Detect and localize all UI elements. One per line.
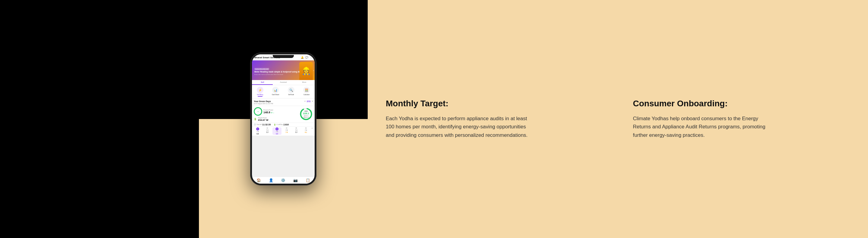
- monthly-target-section: Monthly Target: Each Yodha is expected t…: [368, 99, 549, 139]
- menu-self-billing[interactable]: ⚡ Self Billing: [253, 87, 268, 97]
- next-arrow[interactable]: ›: [312, 100, 313, 103]
- aug-chart: AUG 228.1 TARGET 230.0 U: [299, 107, 313, 121]
- cal-day-04: 04 7.5 7.9: [282, 128, 291, 135]
- cal-day-label: 04: [286, 128, 287, 129]
- tab-self[interactable]: Self: [252, 80, 273, 85]
- aug-current-value: 228.1: [303, 112, 309, 115]
- cal-val2: 7.7: [267, 131, 269, 133]
- consumer-onboarding-section: Consumer Onboarding: Climate Yodhas help…: [615, 99, 796, 139]
- cal-val1: 7.4: [257, 131, 259, 133]
- cal-day-label: 07: [312, 128, 313, 129]
- target-power-row: 🔋 Target Power 234.67 W: [254, 117, 298, 122]
- banner-subtitle: Every meter read is a precise action Not…: [254, 74, 300, 75]
- power-details: ● Present Power 148.8 W ↓: [254, 107, 298, 122]
- app-header-icons: 🔔 💬 ⋮: [301, 56, 312, 59]
- aug-target-value: 230.0 U: [303, 116, 309, 118]
- target-icon: 🔋: [254, 118, 257, 121]
- cal-val1: 7.4: [305, 129, 307, 131]
- present-power-unit: W: [271, 112, 273, 113]
- banner-title: Meter Reading made simple & foolproof us…: [254, 71, 300, 73]
- self-audit-label: Self Audit: [288, 94, 294, 96]
- self-audit-icon: 🔍: [288, 87, 294, 93]
- banner-figure: 👷: [299, 62, 313, 80]
- time-left-value: 11:32:35: [262, 124, 271, 126]
- prev-arrow[interactable]: ‹: [304, 100, 305, 103]
- units-left-label: U Left/Day: [276, 124, 283, 125]
- bottom-nav-docs[interactable]: 📋: [302, 178, 314, 182]
- dashboard-icon: 📊: [272, 87, 279, 93]
- power-section: ● Present Power 148.8 W ↓: [252, 106, 315, 123]
- battery-icon: 🔋: [274, 124, 276, 126]
- cal-val2-active: 6.8: [276, 133, 278, 135]
- banner-tag: Quality billing utility wide: [254, 68, 269, 70]
- cal-day-01: 01 7.4 6.6: [253, 128, 262, 135]
- self-billing-label: Self Billing: [257, 94, 263, 96]
- cal-day-label: 06: [305, 128, 307, 129]
- cal-val1: 7.4: [296, 129, 298, 131]
- time-row: 🕐 Time left 11:32:35 🔋 U Left/Day 2.816: [252, 123, 315, 127]
- green-days-section: Your Green Days ‹ 2/31 › On 07 August 20…: [252, 99, 315, 106]
- app-banner: Quality billing utility wide Meter Readi…: [252, 60, 315, 80]
- present-power-value: 148.8: [264, 111, 270, 114]
- banner-next-arrow[interactable]: ›: [313, 69, 314, 72]
- monthly-target-body: Each Yodha is expected to perform applia…: [386, 114, 530, 139]
- bottom-nav-user[interactable]: 👤: [265, 178, 277, 182]
- app-tabs: Self Assisted More: [252, 80, 315, 85]
- clock-icon: 🕐: [254, 124, 256, 126]
- center-phone-section: Bharat Smart Services 🔔 💬 ⋮ Quality bill…: [199, 0, 368, 238]
- target-power-info: Target Power 234.67 W: [258, 117, 298, 122]
- calculator-icon: 🧮: [303, 87, 310, 93]
- cal-val1: 7.4: [267, 129, 269, 131]
- menu-dashboard[interactable]: 📊 Dash Board: [268, 87, 283, 97]
- nav-arrows: ‹ 2/31 ›: [304, 100, 313, 103]
- phone-screen: Bharat Smart Services 🔔 💬 ⋮ Quality bill…: [252, 54, 315, 184]
- tab-assisted[interactable]: Assisted: [273, 80, 293, 85]
- menu-icon[interactable]: ⋮: [310, 56, 312, 59]
- aug-target-label: TARGET: [303, 115, 309, 116]
- green-days-header: Your Green Days ‹ 2/31 ›: [254, 100, 313, 103]
- bottom-nav: 🏠 👤 ⚙️ 📷 📋: [252, 177, 315, 184]
- cal-day-02: 02 7.4 7.7: [263, 128, 272, 135]
- bell-icon[interactable]: 🔔: [301, 56, 304, 59]
- phone-outer-frame: Bharat Smart Services 🔔 💬 ⋮ Quality bill…: [250, 53, 316, 185]
- cal-day-05: 05 7.4 7.7: [292, 128, 301, 135]
- power-trend-icon: ↓: [273, 111, 274, 113]
- power-gauge-icon: ●: [254, 107, 262, 116]
- self-billing-icon: ⚡: [257, 87, 264, 93]
- bottom-nav-camera[interactable]: 📷: [289, 178, 302, 182]
- active-underline: [258, 96, 262, 97]
- dashboard-label: Dash Board: [272, 94, 279, 96]
- cal-val1: 7.5: [286, 129, 288, 131]
- main-content: Monthly Target: Each Yodha is expected t…: [368, 0, 868, 238]
- green-days-count: 2/31: [307, 100, 311, 102]
- aug-inner: AUG 228.1 TARGET 230.0 U: [303, 110, 309, 118]
- menu-icons-row: ⚡ Self Billing 📊 Dash Board 🔍 Self Audit…: [252, 85, 315, 99]
- target-power-value: 234.67 W: [258, 119, 298, 122]
- menu-self-audit[interactable]: 🔍 Self Audit: [284, 87, 299, 97]
- cal-val1: 7.4: [276, 131, 278, 133]
- whatsapp-icon[interactable]: 💬: [305, 56, 308, 59]
- menu-calculator[interactable]: 🧮 Calculator: [299, 87, 314, 97]
- phone-notch: [273, 55, 294, 58]
- calendar-grid: 01 7.4 6.6 02 7.4 7.7 03 7.4 6.8: [252, 127, 315, 136]
- tab-more[interactable]: More: [294, 80, 315, 85]
- bottom-nav-settings[interactable]: ⚙️: [277, 178, 290, 182]
- present-power-info: Present Power 148.8 W ↓: [264, 109, 298, 114]
- cal-val2: 7.7: [296, 131, 298, 133]
- left-black-panel: [0, 0, 199, 238]
- cal-day-label-active: 03: [276, 128, 278, 130]
- cal-day-label: 02: [267, 128, 268, 129]
- cal-day-label: 05: [296, 128, 297, 129]
- cal-day-03-active: 03 7.4 6.8: [273, 128, 281, 135]
- present-power-value-row: 148.8 W ↓: [264, 111, 298, 114]
- consumer-onboarding-heading: Consumer Onboarding:: [633, 99, 778, 108]
- phone-mockup: Bharat Smart Services 🔔 💬 ⋮ Quality bill…: [250, 53, 316, 185]
- bottom-nav-home[interactable]: 🏠: [253, 178, 265, 182]
- cal-day-07-partial: 07: [311, 128, 313, 135]
- present-power-row: ● Present Power 148.8 W ↓: [254, 107, 298, 116]
- time-left-item: 🕐 Time left 11:32:35: [254, 124, 271, 126]
- monthly-target-heading: Monthly Target:: [386, 99, 530, 108]
- units-left-value: 2.816: [283, 124, 289, 126]
- cal-day-06: 06 7.4 8.1: [301, 128, 310, 135]
- green-days-title: Your Green Days: [254, 100, 271, 102]
